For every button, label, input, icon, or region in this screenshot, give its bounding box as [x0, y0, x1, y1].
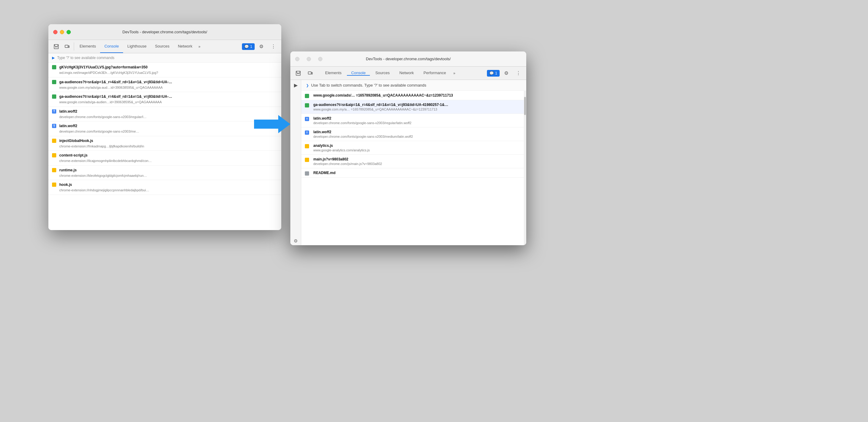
- list-item: runtime.js chrome-extension://kleofekgog…: [49, 166, 281, 180]
- item-name-3: latin.woff2: [59, 109, 276, 114]
- item-url-0: wd.imgix.net/image/dPDCek3Eh…/gKVcHgK3j3…: [59, 70, 276, 75]
- item-url-7: chrome-extension://kleofekgogclgldgilcjo…: [59, 173, 276, 178]
- list-item: hook.js chrome-extension://nhdogjmejigli…: [49, 180, 281, 195]
- sidebar-gear-icon[interactable]: ⚙: [291, 237, 300, 245]
- tab-elements-1[interactable]: Elements: [75, 40, 100, 53]
- item-name-6: content-script.js: [59, 152, 276, 158]
- list-item: ga-audiences?t=sr&aip=1&_r=4&slf_rd=1&v=…: [49, 78, 281, 92]
- feedback-badge-1[interactable]: 💬 1: [242, 43, 255, 50]
- close-button-2[interactable]: [295, 57, 300, 61]
- ni-url-2: developer.chrome.com/fonts/google-sans-v…: [313, 121, 521, 125]
- settings-icon-2[interactable]: ⚙: [501, 70, 512, 76]
- sidebar-expand-icon[interactable]: ▶: [290, 82, 301, 88]
- devtools-window-2: DevTools - developer.chrome.com/tags/dev…: [290, 52, 526, 245]
- ni-icon-orange-4: [305, 144, 309, 148]
- svg-rect-6: [311, 72, 312, 74]
- list-item: content-script.js chrome-extension://ilc…: [49, 151, 281, 166]
- list-item: T latin.woff2 developer.chrome.com/fonts…: [301, 114, 526, 128]
- svg-marker-3: [254, 115, 290, 133]
- device-icon-2[interactable]: [305, 71, 316, 76]
- ni-icon-blue-2: T: [305, 117, 309, 121]
- device-icon[interactable]: [62, 40, 72, 53]
- list-item: ga-audiences?t=sr&aip=1&_r=4&slf_rd=1&v=…: [301, 100, 526, 114]
- direction-arrow: [254, 115, 290, 133]
- minimize-button-2[interactable]: [307, 57, 311, 61]
- more-icon-2[interactable]: ⋮: [513, 70, 524, 76]
- tab-console-2[interactable]: Console: [347, 71, 370, 76]
- more-tabs-2[interactable]: »: [452, 71, 457, 75]
- ni-name-5: main.js?v=9803a802: [313, 157, 521, 161]
- ni-name-1: ga-audiences?t=sr&aip=1&_r=4&slf_rd=1&v=…: [313, 103, 521, 107]
- maximize-button-1[interactable]: [66, 30, 71, 34]
- ni-icon-green-0: [305, 94, 309, 98]
- item-icon-orange-5: [52, 139, 56, 143]
- tab-performance-2[interactable]: Performance: [419, 71, 450, 76]
- list-item: ga-audiences?t=sr&aip=1&_r=4&slf_rd=1&v=…: [49, 92, 281, 107]
- ni-name-4: analytics.js: [313, 143, 521, 148]
- svg-rect-2: [68, 46, 69, 48]
- list-item: analytics.js www.google-analytics.com/an…: [301, 141, 526, 155]
- item-icon-green-2: [52, 94, 56, 99]
- divider-1: [74, 43, 74, 51]
- item-name-8: hook.js: [59, 182, 276, 188]
- item-icon-orange-8: [52, 182, 56, 187]
- tab-elements-2[interactable]: Elements: [321, 71, 346, 76]
- item-icon-blue-4: T: [52, 124, 56, 128]
- close-button-1[interactable]: [53, 30, 58, 34]
- sidebar-panel-2: ▶ ⚙: [290, 80, 301, 245]
- maximize-button-2[interactable]: [318, 57, 322, 61]
- toolbar-right-1: 💬 1 ⚙ ⋮: [242, 40, 279, 53]
- arrow: [254, 115, 290, 134]
- tab-console-1[interactable]: Console: [100, 40, 123, 53]
- list-item: T latin.woff2 developer.chrome.com/fonts…: [301, 128, 526, 141]
- ni-icon-blue-3: T: [305, 131, 309, 135]
- item-name-7: runtime.js: [59, 167, 276, 173]
- inspect-icon[interactable]: [51, 40, 62, 53]
- window-title-1: DevTools - developer.chrome.com/tags/dev…: [123, 30, 207, 34]
- content-area-2: ▶ ⚙ ❯ Use Tab to switch commands. Type '…: [290, 80, 526, 245]
- list-item: T latin.woff2 developer.chrome.com/fonts…: [49, 121, 281, 136]
- inspect-icon-2[interactable]: [293, 71, 304, 76]
- svg-rect-1: [65, 45, 68, 48]
- item-name-5: injectGlobalHook.js: [59, 138, 276, 143]
- tab-lighthouse-1[interactable]: Lighthouse: [123, 40, 151, 53]
- scrollbar-track: [524, 91, 526, 245]
- ni-name-6: README.md: [313, 171, 521, 175]
- expand-caret-2: ❯: [306, 84, 309, 87]
- console-prompt-1: ▶ Type '?' to see available commands: [49, 53, 281, 63]
- tab-network-2[interactable]: Network: [395, 71, 418, 76]
- console-hint-2: ❯ Use Tab to switch commands. Type '?' t…: [301, 80, 526, 91]
- more-tabs-1[interactable]: »: [196, 40, 202, 53]
- chat-icon: 💬: [244, 45, 249, 49]
- tab-sources-2[interactable]: Sources: [371, 71, 394, 76]
- scrollbar-thumb[interactable]: [524, 97, 526, 115]
- ni-icon-gray-6: [305, 171, 309, 176]
- ni-url-4: www.google-analytics.com/analytics.js: [313, 148, 521, 152]
- network-list-2: www.google.com/ads/… =1657892085&_u=QACA…: [301, 91, 526, 245]
- toolbar-1: Elements Console Lighthouse Sources Netw…: [49, 40, 281, 53]
- tab-network-1[interactable]: Network: [174, 40, 196, 53]
- main-content-2: ❯ Use Tab to switch commands. Type '?' t…: [301, 80, 526, 245]
- svg-rect-5: [308, 72, 311, 74]
- list-item: injectGlobalHook.js chrome-extension://f…: [49, 136, 281, 151]
- toolbar-right-2: 💬 1 ⚙ ⋮: [487, 66, 524, 80]
- settings-icon-1[interactable]: ⚙: [256, 44, 267, 49]
- expand-caret-1: ▶: [52, 56, 55, 60]
- feedback-badge-2[interactable]: 💬 1: [487, 70, 500, 77]
- item-name-0: gKVcHgK3j3V1YUuaCLVS.jpg?auto=format&w=3…: [59, 64, 276, 70]
- minimize-button-1[interactable]: [60, 30, 64, 34]
- item-icon-green-0: [52, 65, 56, 69]
- item-url-8: chrome-extension://nhdogjmejiglipccpnnna…: [59, 188, 276, 193]
- ni-icon-orange-5: [305, 158, 309, 162]
- tab-sources-1[interactable]: Sources: [151, 40, 174, 53]
- item-name-4: latin.woff2: [59, 123, 276, 129]
- window-title-2: DevTools - developer.chrome.com/tags/dev…: [366, 57, 451, 61]
- item-icon-orange-7: [52, 168, 56, 172]
- traffic-lights-1: [53, 30, 71, 34]
- titlebar-2: DevTools - developer.chrome.com/tags/dev…: [290, 52, 526, 66]
- more-icon-1[interactable]: ⋮: [268, 44, 279, 49]
- ni-url-3: developer.chrome.com/fonts/google-sans-v…: [313, 135, 521, 138]
- ni-url-5: developer.chrome.com/js/main.js?v=9803a8…: [313, 162, 521, 166]
- ni-name-2: latin.woff2: [313, 116, 521, 120]
- list-item: main.js?v=9803a802 developer.chrome.com/…: [301, 155, 526, 168]
